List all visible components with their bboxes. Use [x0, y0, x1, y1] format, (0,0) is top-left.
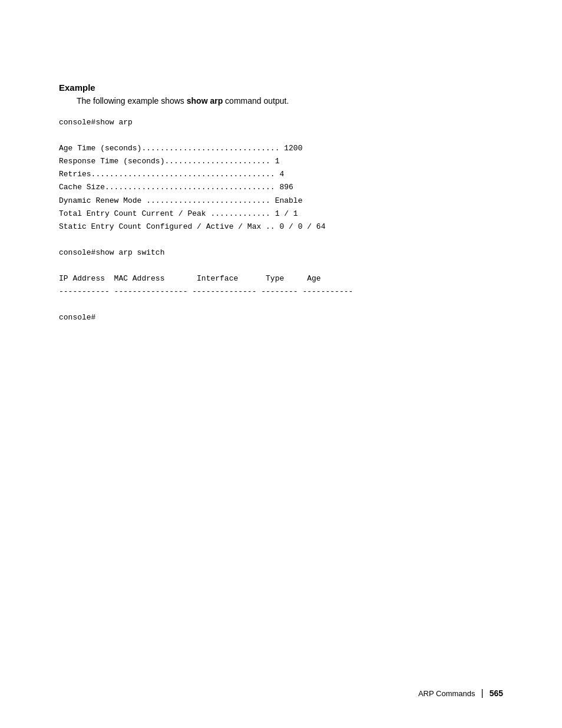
footer-section: ARP Commands: [418, 689, 475, 698]
footer-page: 565: [490, 689, 503, 698]
example-heading: Example: [59, 83, 503, 93]
code-block: console#show arp Age Time (seconds).....…: [59, 116, 503, 325]
description-prefix: The following example shows: [77, 96, 187, 106]
example-description: The following example shows show arp com…: [77, 96, 503, 106]
description-bold: show arp: [187, 96, 223, 106]
footer: ARP Commands | 565: [418, 688, 503, 699]
description-suffix: command output.: [223, 96, 289, 106]
example-section: Example The following example shows show…: [59, 83, 503, 325]
page: Example The following example shows show…: [0, 0, 562, 728]
footer-separator: |: [481, 688, 483, 699]
